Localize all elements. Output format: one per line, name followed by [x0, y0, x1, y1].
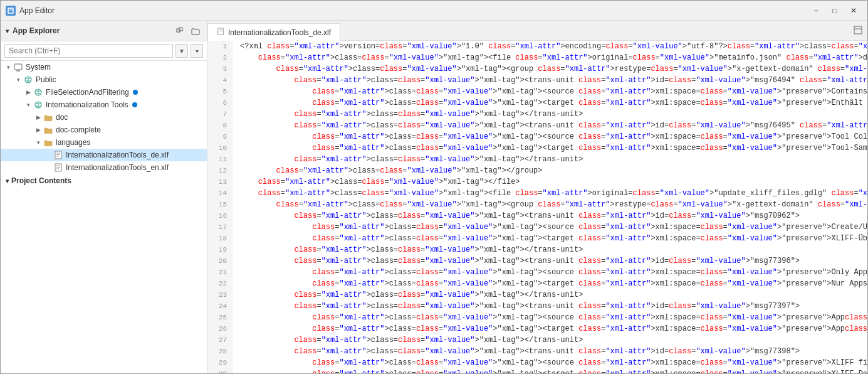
code-line: class="xml-attr">class=class="xml-value"… [240, 63, 860, 75]
tree-view: ▾ System ▾ Public [1, 61, 207, 373]
doc-label: doc [56, 113, 68, 122]
code-line: class="xml-attr">class=class="xml-value"… [240, 289, 860, 301]
window-title: App Editor [19, 6, 807, 15]
svg-rect-18 [55, 164, 61, 171]
en-xlf-label: InternationalizationTools_en.xlf [66, 163, 169, 172]
code-content[interactable]: <?xml class="xml-attr">version=class="xm… [233, 41, 867, 373]
code-line: class="xml-attr">class=class="xml-value"… [240, 323, 860, 334]
public-label: Public [36, 75, 56, 84]
en-xlf-file-icon [53, 163, 63, 173]
code-line: class="xml-attr">class=class="xml-value"… [240, 255, 860, 267]
search-input[interactable] [4, 44, 173, 58]
code-line: class="xml-attr">class=class="xml-value"… [240, 109, 860, 120]
code-line: class="xml-attr">class=class="xml-value"… [240, 154, 860, 165]
code-line: class="xml-attr">class=class="xml-value"… [240, 142, 860, 154]
project-contents-header[interactable]: ▾ Project Contents [1, 174, 207, 188]
languages-label: languages [56, 138, 90, 147]
more-button[interactable]: ▾ [191, 44, 203, 58]
editor-tab-bar: InternationalizationTools_de.xlf [207, 21, 867, 41]
code-line: class="xml-attr">class=class="xml-value"… [240, 75, 860, 86]
system-icon [13, 62, 23, 72]
code-line: class="xml-attr">class=class="xml-value"… [240, 278, 860, 289]
tree-item-i18n[interactable]: ▾ Internationalization Tools [1, 99, 207, 111]
sidebar: ▾ App Explorer + ▼ ▾ [1, 21, 207, 373]
doc-expand-icon: ▶ [33, 112, 43, 122]
svg-rect-25 [854, 26, 862, 34]
code-line: class="xml-attr">class=class="xml-value"… [240, 188, 860, 199]
code-line: class="xml-attr">class=class="xml-value"… [240, 131, 860, 142]
svg-text:+: + [179, 28, 181, 32]
i18n-badge [132, 102, 137, 107]
tree-item-fileselection[interactable]: ▶ FileSelectionAndFiltering [1, 86, 207, 99]
code-line: class="xml-attr">class=class="xml-value"… [240, 301, 860, 312]
tree-item-en-xlf[interactable]: ▶ InternationalizationTools_en.xlf [1, 161, 207, 174]
main-content: ▾ App Explorer + ▼ ▾ [1, 21, 867, 373]
expand-icon: ▾ [6, 28, 9, 35]
folder-button[interactable] [189, 24, 202, 37]
title-bar: App Editor − □ ✕ [1, 1, 867, 21]
project-contents-label: Project Contents [11, 176, 71, 185]
code-line: <?xml class="xml-attr">version=class="xm… [240, 41, 860, 52]
tree-item-doc[interactable]: ▶ doc [1, 111, 207, 124]
code-line: class="xml-attr">class=class="xml-value"… [240, 52, 860, 63]
i18n-expand-icon: ▾ [23, 100, 33, 110]
code-line: class="xml-attr">class=class="xml-value"… [240, 120, 860, 131]
doc-folder-icon [43, 112, 53, 122]
doc-complete-folder-icon [43, 125, 53, 135]
code-line: class="xml-attr">class=class="xml-value"… [240, 244, 860, 255]
project-contents-expand-icon: ▾ [6, 178, 9, 184]
code-line: class="xml-attr">class=class="xml-value"… [240, 357, 860, 368]
tab-file-icon [217, 28, 224, 37]
line-numbers: 1234567891011121314151617181920212223242… [207, 41, 233, 373]
tree-item-public[interactable]: ▾ Public [1, 73, 207, 86]
filter-button[interactable]: ▼ [175, 44, 188, 58]
doc-complete-expand-icon: ▶ [33, 125, 43, 135]
tree-item-doc-complete[interactable]: ▶ doc-complete [1, 124, 207, 136]
code-line: class="xml-attr">class=class="xml-value"… [240, 97, 860, 109]
languages-expand-icon: ▾ [33, 137, 43, 147]
panel-toggle-button[interactable] [849, 22, 867, 40]
editor-content[interactable]: 1234567891011121314151617181920212223242… [207, 41, 867, 373]
editor-tab-de-xlf[interactable]: InternationalizationTools_de.xlf [207, 23, 340, 41]
app-icon [6, 6, 16, 16]
i18n-label: Internationalization Tools [46, 100, 128, 109]
code-line: class="xml-attr">class=class="xml-value"… [240, 368, 860, 373]
de-xlf-label: InternationalizationTools_de.xlf [66, 151, 169, 159]
code-line: class="xml-attr">class=class="xml-value"… [240, 176, 860, 188]
add-button[interactable]: + [174, 24, 187, 37]
system-label: System [26, 63, 51, 72]
code-line: class="xml-attr">class=class="xml-value"… [240, 86, 860, 97]
code-line: class="xml-attr">class=class="xml-value"… [240, 334, 860, 346]
fileselection-badge [133, 90, 138, 95]
code-line: class="xml-attr">class=class="xml-value"… [240, 210, 860, 222]
close-button[interactable]: ✕ [845, 3, 862, 18]
doc-complete-label: doc-complete [56, 126, 101, 134]
code-line: class="xml-attr">class=class="xml-value"… [240, 312, 860, 323]
tree-item-system[interactable]: ▾ System [1, 61, 207, 73]
window-controls: − □ ✕ [807, 3, 862, 18]
public-expand-icon: ▾ [13, 75, 23, 85]
tab-label: InternationalizationTools_de.xlf [228, 28, 331, 37]
tree-item-languages[interactable]: ▾ languages [1, 136, 207, 149]
tree-item-de-xlf[interactable]: ▶ InternationalizationTools_de.xlf [1, 149, 207, 161]
code-line: class="xml-attr">class=class="xml-value"… [240, 165, 860, 176]
search-bar: ▼ ▾ [1, 41, 207, 61]
languages-folder-icon [43, 137, 53, 147]
i18n-icon [33, 100, 43, 110]
code-line: class="xml-attr">class=class="xml-value"… [240, 346, 860, 357]
minimize-button[interactable]: − [807, 3, 825, 18]
fileselection-expand-icon: ▶ [23, 87, 33, 97]
app-window: App Editor − □ ✕ ▾ App Explorer + [0, 0, 868, 374]
code-line: class="xml-attr">class=class="xml-value"… [240, 199, 860, 210]
maximize-button[interactable]: □ [826, 3, 844, 18]
system-expand-icon: ▾ [3, 62, 13, 72]
public-icon [23, 75, 33, 85]
svg-rect-22 [218, 28, 224, 35]
svg-rect-14 [55, 151, 61, 159]
sidebar-header-actions: + [174, 24, 202, 37]
app-explorer-label: App Explorer [13, 26, 60, 35]
fileselection-icon [33, 87, 43, 97]
fileselection-label: FileSelectionAndFiltering [46, 88, 129, 97]
de-xlf-file-icon [53, 150, 63, 160]
sidebar-header-title: ▾ App Explorer [6, 26, 60, 35]
